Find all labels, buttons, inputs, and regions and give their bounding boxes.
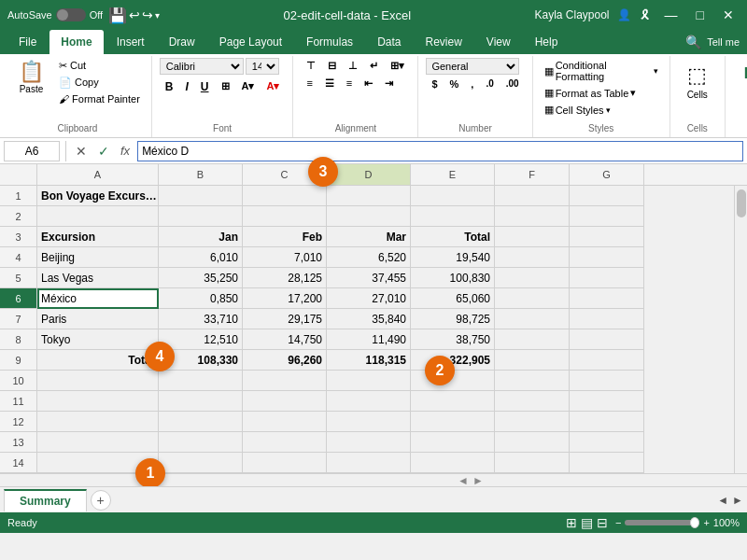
col-header-a[interactable]: A xyxy=(37,164,159,185)
cell-f11[interactable] xyxy=(495,391,570,412)
wrap-text-button[interactable]: ↵ xyxy=(364,58,384,74)
cell-b10[interactable] xyxy=(159,371,243,391)
row-header-12[interactable]: 12 xyxy=(0,412,37,432)
page-break-button[interactable]: ⊟ xyxy=(597,515,608,530)
tab-home[interactable]: Home xyxy=(49,30,103,54)
cell-b6[interactable]: 0,850 xyxy=(159,288,243,309)
minimize-button[interactable]: — xyxy=(659,6,684,24)
cell-g11[interactable] xyxy=(570,391,644,412)
align-middle-button[interactable]: ⊟ xyxy=(322,58,342,74)
bold-button[interactable]: B xyxy=(160,78,179,95)
cell-f9[interactable] xyxy=(495,350,570,371)
confirm-icon[interactable]: ✓ xyxy=(94,144,113,159)
tab-page-layout[interactable]: Page Layout xyxy=(208,30,293,54)
align-right-button[interactable]: ≡ xyxy=(341,76,358,91)
cell-g9[interactable] xyxy=(570,350,644,371)
cell-d5[interactable]: 37,455 xyxy=(327,268,411,288)
cell-a7[interactable]: Paris xyxy=(37,309,159,329)
tab-formulas[interactable]: Formulas xyxy=(295,30,364,54)
copy-button[interactable]: 📄 Copy xyxy=(55,75,144,91)
cell-c3[interactable]: Feb xyxy=(243,227,327,247)
align-left-button[interactable]: ≡ xyxy=(301,76,317,91)
cell-d11[interactable] xyxy=(327,391,411,412)
cell-d14[interactable] xyxy=(327,453,411,473)
align-center-button[interactable]: ☰ xyxy=(319,76,340,91)
col-header-g[interactable]: G xyxy=(570,164,644,185)
number-format-select[interactable]: General xyxy=(426,58,519,75)
cell-c2[interactable] xyxy=(243,206,327,227)
cell-g14[interactable] xyxy=(570,453,644,473)
cell-c10[interactable] xyxy=(243,371,327,391)
cell-c13[interactable] xyxy=(243,432,327,453)
cell-d7[interactable]: 35,840 xyxy=(327,309,411,329)
cell-c14[interactable] xyxy=(243,453,327,473)
profile-icon[interactable]: 👤 xyxy=(617,8,631,21)
cell-b3[interactable]: Jan xyxy=(159,227,243,247)
row-header-3[interactable]: 3 xyxy=(0,227,37,247)
cell-d3[interactable]: Mar xyxy=(327,227,411,247)
scroll-left-icon[interactable]: ◄ xyxy=(717,494,728,507)
row-header-4[interactable]: 4 xyxy=(0,247,37,268)
zoom-out-icon[interactable]: − xyxy=(615,517,621,528)
cell-e14[interactable] xyxy=(411,453,495,473)
row-header-14[interactable]: 14 xyxy=(0,453,37,473)
cell-c8[interactable]: 14,750 xyxy=(243,329,327,350)
cell-b2[interactable] xyxy=(159,206,243,227)
autosave-toggle[interactable] xyxy=(56,8,86,21)
cell-d1[interactable] xyxy=(327,186,411,206)
row-header-6[interactable]: 6 xyxy=(0,288,37,309)
cell-b11[interactable] xyxy=(159,391,243,412)
row-header-10[interactable]: 10 xyxy=(0,371,37,391)
cell-g6[interactable] xyxy=(570,288,644,309)
cell-f14[interactable] xyxy=(495,453,570,473)
cell-g13[interactable] xyxy=(570,432,644,453)
decrease-decimal-button[interactable]: .0 xyxy=(480,77,499,91)
cell-e4[interactable]: 19,540 xyxy=(411,247,495,268)
cell-f1[interactable] xyxy=(495,186,570,206)
underline-button[interactable]: U xyxy=(195,78,215,95)
cell-b12[interactable] xyxy=(159,412,243,432)
cell-b14[interactable] xyxy=(159,453,243,473)
cell-e5[interactable]: 100,830 xyxy=(411,268,495,288)
row-header-1[interactable]: 1 xyxy=(0,186,37,206)
cell-styles-button[interactable]: ▦ Cell Styles ▾ xyxy=(541,102,662,118)
search-icon[interactable]: 🔍 xyxy=(685,35,701,49)
row-header-11[interactable]: 11 xyxy=(0,391,37,412)
cell-f5[interactable] xyxy=(495,268,570,288)
save-icon[interactable]: 💾 xyxy=(108,7,127,24)
cell-f13[interactable] xyxy=(495,432,570,453)
cell-d8[interactable]: 11,490 xyxy=(327,329,411,350)
cell-a12[interactable] xyxy=(37,412,159,432)
name-box[interactable]: A6 xyxy=(4,141,60,161)
font-color-button[interactable]: A▾ xyxy=(261,78,285,95)
sheet-tab-summary[interactable]: Summary xyxy=(4,489,87,511)
maximize-button[interactable]: □ xyxy=(691,6,710,24)
italic-button[interactable]: I xyxy=(179,78,193,95)
vertical-scrollbar[interactable] xyxy=(734,186,747,473)
ribbon-toggle-icon[interactable]: 🎗 xyxy=(639,7,652,22)
zoom-slider[interactable] xyxy=(625,520,699,525)
cell-e3[interactable]: Total xyxy=(411,227,495,247)
cell-g5[interactable] xyxy=(570,268,644,288)
undo-icon[interactable]: ↩ xyxy=(129,7,140,22)
cell-e11[interactable] xyxy=(411,391,495,412)
cell-d12[interactable] xyxy=(327,412,411,432)
close-button[interactable]: ✕ xyxy=(717,6,740,24)
cell-a8[interactable]: Tokyo xyxy=(37,329,159,350)
zoom-in-icon[interactable]: + xyxy=(703,517,709,528)
add-sheet-button[interactable]: + xyxy=(91,490,111,511)
cell-c7[interactable]: 29,175 xyxy=(243,309,327,329)
formula-input[interactable] xyxy=(137,141,743,161)
font-name-select[interactable]: Calibri xyxy=(160,58,244,75)
comma-button[interactable]: , xyxy=(465,77,479,91)
row-header-5[interactable]: 5 xyxy=(0,268,37,288)
tab-insert[interactable]: Insert xyxy=(106,30,156,54)
col-header-e[interactable]: E xyxy=(411,164,495,185)
merge-button[interactable]: ⊞▾ xyxy=(385,58,410,74)
cell-a4[interactable]: Beijing xyxy=(37,247,159,268)
cell-g3[interactable] xyxy=(570,227,644,247)
cell-e2[interactable] xyxy=(411,206,495,227)
cell-g1[interactable] xyxy=(570,186,644,206)
tab-file[interactable]: File xyxy=(7,30,48,54)
format-painter-button[interactable]: 🖌 Format Painter xyxy=(55,91,144,106)
